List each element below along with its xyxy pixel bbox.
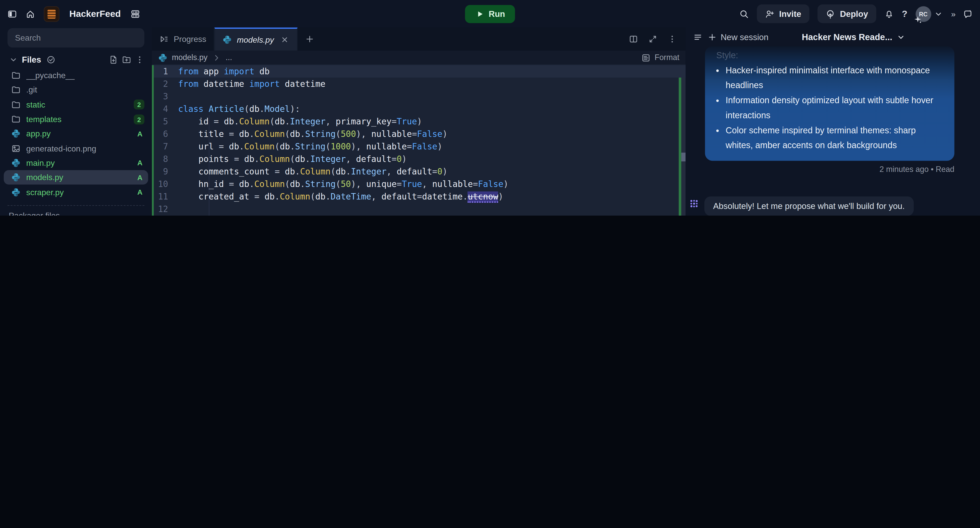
tab-label: Progress bbox=[174, 35, 206, 44]
code-text: comments_count = db.Column(db.Integer, d… bbox=[178, 165, 447, 178]
resources-icon[interactable] bbox=[130, 9, 140, 19]
file-row[interactable]: scraper.pyA bbox=[0, 185, 152, 199]
line-number: 7 bbox=[152, 140, 178, 153]
deploy-button[interactable]: Deploy bbox=[818, 4, 876, 23]
breadcrumb-more[interactable]: ... bbox=[226, 53, 232, 62]
code-text: hn_id = db.Column(db.String(50), unique=… bbox=[178, 178, 508, 190]
file-label: main.py bbox=[26, 158, 132, 167]
line-number: 12 bbox=[152, 203, 178, 215]
code-line[interactable]: 4class Article(db.Model): bbox=[152, 103, 686, 115]
code-line[interactable]: 13 __table_args__ = ( bbox=[152, 215, 686, 215]
file-label: app.py bbox=[26, 129, 132, 139]
code-text: points = db.Column(db.Integer, default=0… bbox=[178, 153, 407, 165]
file-row[interactable]: main.pyA bbox=[0, 156, 152, 170]
deploy-globe-icon bbox=[826, 9, 835, 19]
message-meta: 2 minutes ago • Read bbox=[689, 165, 954, 174]
search-input[interactable] bbox=[14, 32, 138, 43]
ai-chat-toggle-icon[interactable] bbox=[963, 9, 973, 19]
collapse-panels-icon[interactable]: » bbox=[951, 9, 955, 19]
change-count-badge: 2 bbox=[134, 114, 145, 124]
format-icon bbox=[641, 53, 651, 62]
file-row[interactable]: .git bbox=[0, 83, 152, 97]
git-status-added: A bbox=[137, 174, 145, 181]
avatar-badge-icon bbox=[913, 15, 922, 24]
new-folder-icon[interactable] bbox=[122, 55, 131, 65]
session-title[interactable]: Hacker News Reade... bbox=[802, 32, 943, 42]
format-button[interactable]: Format bbox=[641, 53, 679, 62]
help-icon[interactable]: ? bbox=[902, 9, 907, 19]
code-line[interactable]: 2from datetime import datetime bbox=[152, 78, 686, 90]
python-icon bbox=[11, 129, 21, 139]
file-label: templates bbox=[26, 115, 128, 124]
person-plus-icon bbox=[765, 9, 774, 19]
sessions-list-icon[interactable] bbox=[693, 32, 703, 41]
git-status-added: A bbox=[137, 188, 145, 196]
tab-models-py[interactable]: models.py bbox=[215, 27, 298, 51]
chat-messages[interactable]: Style: Hacker-inspired minimalist interf… bbox=[686, 46, 980, 215]
line-number: 1 bbox=[152, 65, 178, 78]
file-row[interactable]: app.pyA bbox=[0, 126, 152, 141]
folder-icon bbox=[11, 115, 21, 124]
code-editor[interactable]: 1from app import db2from datetime import… bbox=[152, 65, 686, 215]
code-line[interactable]: 7 url = db.Column(db.String(1000), nulla… bbox=[152, 140, 686, 153]
line-number: 8 bbox=[152, 153, 178, 165]
tab-progress[interactable]: Progress bbox=[152, 27, 215, 51]
notifications-icon[interactable] bbox=[884, 9, 894, 19]
split-pane-icon[interactable] bbox=[629, 35, 638, 44]
change-count-badge: 2 bbox=[134, 100, 145, 110]
code-line[interactable]: 6 title = db.Column(db.String(500), null… bbox=[152, 128, 686, 140]
chevron-right-icon bbox=[212, 53, 221, 62]
line-number: 11 bbox=[152, 190, 178, 203]
file-row[interactable]: generated-icon.png bbox=[0, 141, 152, 156]
breadcrumb-file[interactable]: models.py bbox=[172, 53, 207, 62]
check-circle-icon[interactable] bbox=[46, 55, 56, 65]
expand-pane-icon[interactable] bbox=[648, 35, 658, 44]
folder-icon bbox=[11, 85, 21, 95]
sidebar-toggle-icon[interactable] bbox=[7, 9, 17, 19]
file-row[interactable]: __pycache__ bbox=[0, 68, 152, 83]
pane-menu-icon[interactable] bbox=[668, 35, 677, 44]
agent-avatar-icon bbox=[689, 199, 699, 209]
git-status-added: A bbox=[137, 159, 145, 167]
python-icon bbox=[11, 173, 21, 182]
line-number: 9 bbox=[152, 165, 178, 178]
run-label: Run bbox=[489, 9, 505, 19]
folder-icon bbox=[11, 71, 21, 80]
code-line[interactable]: 8 points = db.Column(db.Integer, default… bbox=[152, 153, 686, 165]
code-line[interactable]: 1from app import db bbox=[152, 65, 686, 78]
file-list: __pycache__.gitstatic2templates2app.pyAg… bbox=[0, 68, 152, 199]
play-icon bbox=[475, 9, 484, 19]
close-tab-icon[interactable] bbox=[280, 35, 290, 45]
file-row[interactable]: static2 bbox=[0, 97, 152, 112]
new-session-button[interactable]: New session bbox=[708, 32, 768, 41]
home-icon[interactable] bbox=[25, 9, 35, 19]
new-file-icon[interactable] bbox=[109, 55, 118, 65]
line-number: 4 bbox=[152, 103, 178, 115]
file-label: scraper.py bbox=[26, 188, 132, 197]
code-line[interactable]: 11 created_at = db.Column(db.DateTime, d… bbox=[152, 190, 686, 203]
code-line[interactable]: 12 bbox=[152, 203, 686, 215]
user-message-bullets: Hacker-inspired minimalist interface wit… bbox=[716, 63, 945, 153]
account-menu[interactable]: RC bbox=[915, 6, 943, 21]
tab-strip: Progress models.py bbox=[152, 27, 686, 51]
file-row[interactable]: models.pyA bbox=[4, 170, 148, 185]
git-status-added: A bbox=[137, 130, 145, 137]
run-button[interactable]: Run bbox=[465, 5, 515, 23]
new-tab-button[interactable] bbox=[298, 27, 322, 51]
code-line[interactable]: 5 id = db.Column(db.Integer, primary_key… bbox=[152, 115, 686, 128]
invite-button[interactable]: Invite bbox=[757, 4, 809, 23]
file-row[interactable]: templates2 bbox=[0, 112, 152, 126]
file-sidebar: Files __pycache__.gitstatic2templates2ap… bbox=[0, 27, 152, 215]
code-line[interactable]: 9 comments_count = db.Column(db.Integer,… bbox=[152, 165, 686, 178]
code-line[interactable]: 3 bbox=[152, 90, 686, 103]
chevron-down-icon[interactable] bbox=[9, 55, 18, 65]
invite-label: Invite bbox=[779, 9, 801, 19]
project-name[interactable]: HackerFeed bbox=[69, 9, 121, 19]
project-icon[interactable] bbox=[44, 6, 59, 21]
code-line[interactable]: 10 hn_id = db.Column(db.String(50), uniq… bbox=[152, 178, 686, 190]
search-icon[interactable] bbox=[739, 9, 749, 19]
breadcrumb: models.py ... Format bbox=[152, 51, 686, 65]
chevron-down-icon bbox=[934, 9, 943, 19]
sidebar-search[interactable] bbox=[7, 28, 144, 48]
files-menu-icon[interactable] bbox=[135, 55, 145, 65]
